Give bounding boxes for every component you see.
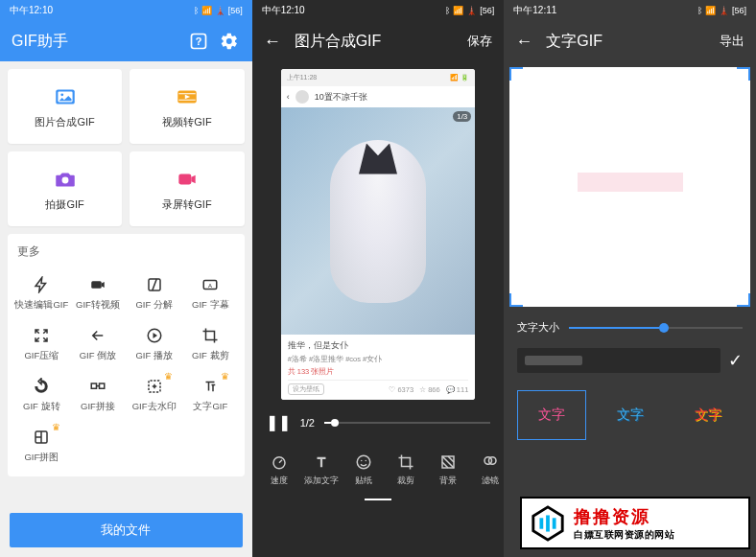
style-preset-3[interactable]: 文字 bbox=[673, 390, 743, 440]
tool-label: GIF压缩 bbox=[24, 350, 59, 362]
back-icon[interactable]: ← bbox=[264, 32, 281, 52]
corner-icon bbox=[737, 293, 750, 307]
play-icon bbox=[144, 325, 165, 346]
my-files-button[interactable]: 我的文件 bbox=[10, 513, 243, 547]
progress-slider[interactable] bbox=[324, 422, 490, 424]
status-bar: 中午12:10 ᛒ 📶 🗼 [56] bbox=[252, 0, 505, 21]
inner-icons: 📶 🔋 bbox=[450, 74, 469, 81]
preview-frame: 上午11:28 📶 🔋 ‹ 10置不凉千张 1/3 推华，但是女仆 #洛希 #洛… bbox=[281, 69, 476, 400]
inner-status-bar: 上午11:28 📶 🔋 bbox=[281, 69, 476, 86]
tool-label: 速度 bbox=[271, 476, 288, 487]
watermark: 撸撸资源 白嫖互联网资源的网站 bbox=[520, 497, 750, 549]
status-time: 中午12:10 bbox=[10, 4, 53, 17]
svg-text:?: ? bbox=[195, 35, 201, 47]
screen-compose: 中午12:10 ᛒ 📶 🗼 [56] ← 图片合成GIF 保存 上午11:28 … bbox=[252, 0, 505, 557]
inner-header-text: 10置不凉千张 bbox=[315, 91, 367, 104]
tool-gif-merge[interactable]: GIF拼接 bbox=[70, 369, 127, 420]
svg-rect-26 bbox=[553, 518, 556, 528]
signal-icon: 📶 bbox=[201, 6, 212, 15]
more-section: 更多 快速编辑GIF GIF转视频 GIF 分解 A bbox=[8, 234, 245, 476]
style-preset-1[interactable]: 文字 bbox=[517, 390, 586, 440]
battery-icon: [56] bbox=[228, 6, 243, 15]
tool-gif-split[interactable]: GIF 分解 bbox=[126, 267, 182, 318]
tool-label: 添加文字 bbox=[304, 476, 339, 487]
tool-gif-to-video[interactable]: GIF转视频 bbox=[70, 267, 127, 318]
screen-home: 中午12:10 ᛒ 📶 🗼 [56] GIF助手 ? bbox=[0, 0, 252, 557]
watermark-title: 撸撸资源 bbox=[574, 505, 674, 528]
watermark-subtitle: 白嫖互联网资源的网站 bbox=[574, 528, 674, 542]
tool-label: 文字GIF bbox=[193, 401, 227, 413]
tool-label: GIF 分解 bbox=[135, 299, 172, 312]
tool-label: GIF 倒放 bbox=[80, 350, 116, 362]
pause-icon[interactable]: ❚❚ bbox=[266, 413, 291, 431]
tool-gif-rotate[interactable]: GIF 旋转 bbox=[13, 369, 70, 420]
text-preview bbox=[578, 173, 683, 192]
back-icon[interactable]: ← bbox=[515, 32, 532, 52]
tool-filter[interactable]: 滤镜 bbox=[469, 453, 505, 487]
tool-speed[interactable]: 速度 bbox=[258, 453, 300, 487]
style-preset-2[interactable]: 文字 bbox=[596, 390, 665, 440]
svg-point-18 bbox=[357, 455, 370, 469]
crown-icon: ♛ bbox=[52, 422, 60, 432]
tool-gif-watermark[interactable]: ♛ GIF去水印 bbox=[126, 369, 182, 420]
rotate-icon bbox=[31, 376, 52, 397]
meta-title: 推华，但是女仆 bbox=[288, 339, 469, 352]
filter-icon bbox=[481, 453, 500, 472]
svg-rect-24 bbox=[539, 518, 543, 528]
text-input-row: ✓ bbox=[504, 342, 756, 379]
bolt-icon bbox=[31, 274, 52, 295]
wifi-icon: 🗼 bbox=[215, 6, 225, 15]
image-count-badge: 1/3 bbox=[453, 111, 471, 122]
card-record-gif[interactable]: 录屏转GIF bbox=[130, 151, 244, 226]
card-label: 拍摄GIF bbox=[45, 197, 83, 212]
settings-icon[interactable] bbox=[218, 30, 241, 53]
svg-rect-7 bbox=[178, 174, 191, 184]
tool-gif-play[interactable]: GIF 播放 bbox=[126, 318, 182, 369]
preview-meta: 推华，但是女仆 #洛希 #洛里推华 #cos #女仆 共 133 张照片 设为壁… bbox=[281, 335, 476, 400]
tool-label: GIF 裁剪 bbox=[192, 350, 228, 362]
battery-icon: [56] bbox=[732, 6, 746, 15]
video-convert-icon bbox=[87, 274, 108, 295]
background-icon bbox=[438, 453, 458, 472]
crown-icon: ♛ bbox=[164, 371, 173, 382]
card-video-to-gif[interactable]: 视频转GIF bbox=[130, 69, 244, 144]
bluetooth-icon: ᛒ bbox=[445, 6, 450, 15]
confirm-icon[interactable]: ✓ bbox=[728, 350, 743, 371]
text-canvas[interactable] bbox=[509, 67, 750, 307]
wifi-icon: 🗼 bbox=[466, 6, 477, 15]
tool-gif-collage[interactable]: ♛ GIF拼图 bbox=[13, 420, 70, 471]
text-icon bbox=[200, 376, 221, 397]
font-size-slider[interactable] bbox=[569, 327, 743, 329]
tool-background[interactable]: 背景 bbox=[427, 453, 469, 487]
tool-add-text[interactable]: 添加文字 bbox=[300, 453, 343, 487]
watermark-icon bbox=[144, 376, 165, 397]
card-image-to-gif[interactable]: 图片合成GIF bbox=[8, 69, 122, 144]
tool-label: GIF 旋转 bbox=[23, 401, 59, 413]
tool-sticker[interactable]: 贴纸 bbox=[343, 453, 385, 487]
tool-label: GIF拼图 bbox=[24, 452, 59, 464]
status-icons: ᛒ 📶 🗼 [56] bbox=[194, 6, 243, 15]
export-button[interactable]: 导出 bbox=[720, 33, 744, 50]
corner-icon bbox=[737, 67, 750, 81]
tool-text-gif[interactable]: ♛ 文字GIF bbox=[182, 369, 239, 420]
avatar-icon bbox=[295, 90, 309, 104]
preview-figure bbox=[330, 140, 426, 303]
tool-label: 贴纸 bbox=[355, 476, 372, 487]
tool-crop[interactable]: 裁剪 bbox=[385, 453, 427, 487]
slider-label: 文字大小 bbox=[517, 320, 559, 335]
tool-gif-subtitle[interactable]: A GIF 字幕 bbox=[182, 267, 239, 318]
tool-label: GIF拼接 bbox=[81, 401, 115, 413]
card-shoot-gif[interactable]: 拍摄GIF bbox=[8, 151, 122, 226]
tool-label: GIF 播放 bbox=[135, 350, 172, 362]
font-size-row: 文字大小 bbox=[504, 313, 756, 342]
help-icon[interactable]: ? bbox=[187, 30, 210, 53]
status-time: 中午12:10 bbox=[262, 4, 305, 17]
tool-gif-reverse[interactable]: GIF 倒放 bbox=[70, 318, 127, 369]
tool-gif-compress[interactable]: GIF压缩 bbox=[13, 318, 70, 369]
card-label: 图片合成GIF bbox=[35, 115, 94, 129]
text-input[interactable] bbox=[517, 348, 721, 373]
tool-gif-crop[interactable]: GIF 裁剪 bbox=[182, 318, 239, 369]
reverse-icon bbox=[87, 325, 108, 346]
save-button[interactable]: 保存 bbox=[467, 33, 492, 50]
tool-quick-edit[interactable]: 快速编辑GIF bbox=[13, 267, 70, 318]
